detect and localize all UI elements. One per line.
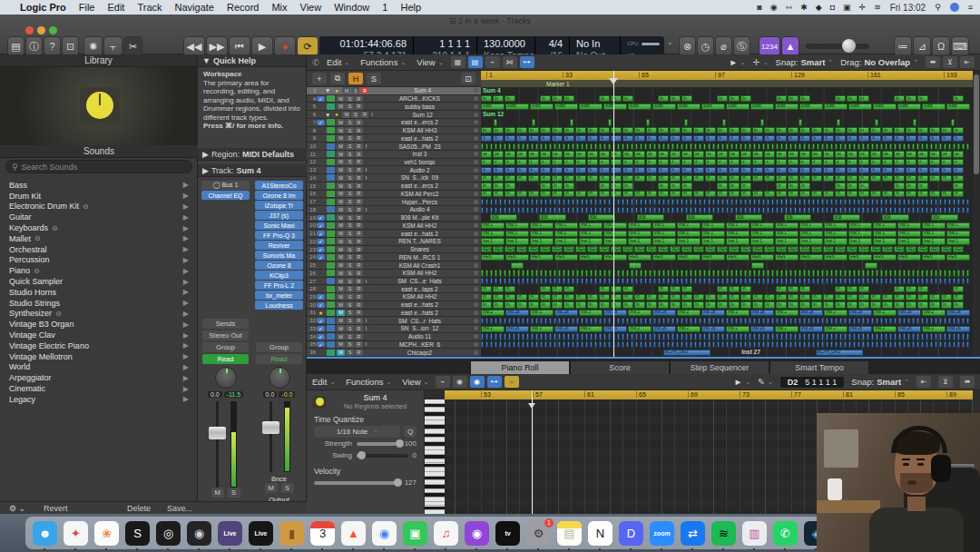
midi-region[interactable] <box>712 199 715 205</box>
midi-region[interactable] <box>699 341 701 348</box>
midi-region[interactable] <box>485 341 488 348</box>
midi-region[interactable] <box>944 341 946 348</box>
view-right-icon-1[interactable]: ⊿ <box>913 36 931 56</box>
midi-region[interactable] <box>513 318 515 324</box>
midi-region[interactable]: In <box>894 95 905 102</box>
sound-category-quick-sampler[interactable]: Quick Sampler▶ <box>0 276 198 287</box>
midi-region[interactable] <box>658 207 661 213</box>
midi-region[interactable] <box>508 341 511 348</box>
midi-region[interactable] <box>966 341 969 348</box>
midi-region[interactable] <box>676 207 679 213</box>
midi-region[interactable] <box>540 333 543 340</box>
midi-region[interactable]: In <box>740 95 751 102</box>
midi-region[interactable]: REN <box>717 246 728 252</box>
midi-region[interactable]: ve <box>493 151 504 157</box>
midi-region[interactable] <box>504 278 506 284</box>
midi-region[interactable] <box>799 207 801 213</box>
solo-button[interactable]: S <box>351 112 359 118</box>
midi-region[interactable] <box>780 318 783 324</box>
midi-region[interactable]: In <box>505 175 515 182</box>
track-row-28[interactable]: 28MSReast e...laps 2 <box>307 285 481 293</box>
midi-region[interactable]: Inst 1 <box>505 231 529 237</box>
midi-region[interactable]: In <box>505 301 515 308</box>
midi-region[interactable] <box>944 278 946 284</box>
midi-region[interactable]: In <box>788 95 799 102</box>
mute-button[interactable]: M <box>337 286 345 292</box>
midi-region[interactable] <box>603 278 606 284</box>
midi-region[interactable]: In <box>705 301 716 308</box>
midi-region[interactable]: Inst 1 <box>603 238 627 244</box>
midi-region[interactable] <box>885 199 887 205</box>
midi-region[interactable] <box>603 341 606 348</box>
midi-region[interactable] <box>903 143 906 150</box>
record-enable-button[interactable]: R <box>355 174 363 181</box>
duplicate-track-button[interactable]: ⧉ <box>330 73 345 84</box>
midi-region[interactable]: In <box>705 175 716 182</box>
download-icon[interactable]: ⊖ <box>34 267 40 275</box>
midi-region[interactable]: S <box>646 135 657 142</box>
midi-region[interactable] <box>644 270 647 276</box>
midi-region[interactable]: Inst 1 <box>799 231 823 237</box>
midi-region[interactable] <box>780 199 783 205</box>
midi-region[interactable]: REN <box>564 246 574 252</box>
midi-region[interactable] <box>776 270 779 276</box>
solo-button[interactable]: S <box>346 191 354 197</box>
midi-region[interactable] <box>953 341 956 348</box>
midi-region[interactable] <box>490 207 493 213</box>
midi-region[interactable] <box>799 318 801 324</box>
midi-region[interactable] <box>817 318 819 324</box>
track-name[interactable]: Audio 2 <box>368 167 471 173</box>
midi-region[interactable] <box>622 270 624 276</box>
midi-region[interactable] <box>495 270 497 276</box>
midi-region[interactable]: In <box>740 286 751 292</box>
midi-region[interactable]: In <box>788 175 799 182</box>
midi-region[interactable] <box>835 278 838 284</box>
midi-region[interactable] <box>953 333 956 340</box>
mute-button[interactable]: M <box>342 112 350 118</box>
midi-region[interactable] <box>894 199 897 205</box>
track-row-34[interactable]: 34✓MSRAudio 11 <box>307 333 481 341</box>
midi-region[interactable] <box>876 341 878 348</box>
midi-region[interactable]: Inst 1 <box>603 222 627 229</box>
midi-region[interactable] <box>939 341 942 348</box>
midi-region[interactable]: In <box>599 95 610 102</box>
track-name[interactable]: KSM All Perc2 <box>368 191 471 197</box>
record-enable-button[interactable]: R <box>355 318 363 324</box>
midi-region[interactable]: In <box>540 301 551 308</box>
midi-region[interactable]: In <box>611 301 622 308</box>
midi-region[interactable] <box>930 207 933 213</box>
track-name[interactable]: SM_CS...r_Hats <box>368 318 471 324</box>
solo-button[interactable]: S <box>346 127 354 133</box>
mode-icon-0[interactable]: ✺ <box>83 36 103 56</box>
midi-region[interactable]: 2 <box>587 159 598 165</box>
midi-region[interactable] <box>812 318 815 324</box>
zoom-control-2[interactable]: ⇤ <box>960 56 975 68</box>
midi-region[interactable]: In <box>847 182 858 189</box>
midi-region[interactable]: MCPH_DRU <box>663 350 710 356</box>
midi-region[interactable]: Inst 2 <box>481 326 505 332</box>
midi-region[interactable]: Inst 1 <box>799 238 823 244</box>
sound-category-vintage-electric-piano[interactable]: Vintage Electric Piano▶ <box>0 340 198 351</box>
mute-button[interactable]: M <box>337 231 345 237</box>
midi-region[interactable]: S <box>693 167 704 173</box>
midi-region[interactable] <box>730 207 733 213</box>
midi-region[interactable] <box>485 278 488 284</box>
midi-region[interactable]: In <box>540 182 551 189</box>
track-checkbox[interactable] <box>317 167 325 173</box>
midi-region[interactable]: subb <box>750 104 774 110</box>
midi-region[interactable]: In <box>953 127 964 133</box>
midi-region[interactable] <box>504 207 506 213</box>
midi-region[interactable] <box>522 341 524 348</box>
midi-region[interactable] <box>549 199 552 205</box>
midi-region[interactable]: In <box>835 127 846 133</box>
midi-region[interactable] <box>962 341 965 348</box>
midi-region[interactable] <box>526 318 529 324</box>
midi-region[interactable] <box>885 207 887 213</box>
midi-region[interactable]: In <box>564 301 574 308</box>
midi-region[interactable] <box>903 270 906 276</box>
midi-region[interactable]: In <box>646 175 657 182</box>
toolbar-icon-2[interactable]: ? <box>44 36 61 56</box>
track-checkbox[interactable] <box>317 127 325 133</box>
midi-region[interactable]: ve <box>658 151 669 157</box>
midi-region[interactable] <box>658 333 661 340</box>
